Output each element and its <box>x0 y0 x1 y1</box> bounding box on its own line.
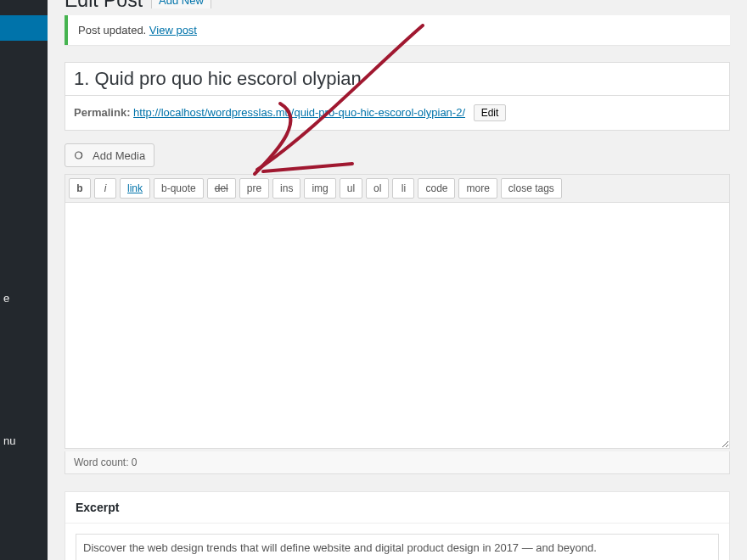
admin-sidebar: e nu <box>0 0 48 560</box>
permalink-label: Permalink: <box>74 106 130 119</box>
page-title: Edit Post <box>65 0 143 8</box>
permalink-link[interactable]: http://localhost/wordpresslas.mu/quid-pr… <box>133 106 465 119</box>
notice-text: Post updated. <box>78 24 146 36</box>
view-post-link[interactable]: View post <box>149 24 197 36</box>
permalink-slug: quid-pro-quo-hic-escorol-olypian-2/ <box>294 106 465 119</box>
qtag-ul[interactable]: ul <box>340 178 362 199</box>
success-notice: Post updated. View post <box>65 15 730 45</box>
qtag-ins[interactable]: ins <box>272 178 300 199</box>
sidebar-item-label-fragment-1[interactable]: e <box>0 290 48 307</box>
qtag-bquote[interactable]: b-quote <box>154 178 204 199</box>
qtag-del[interactable]: del <box>207 178 236 199</box>
post-content-textarea[interactable] <box>65 203 730 449</box>
qtag-link[interactable]: link <box>120 178 150 199</box>
qtag-close[interactable]: close tags <box>501 178 562 199</box>
add-new-button[interactable]: Add New <box>151 0 211 8</box>
excerpt-metabox: Excerpt <box>65 491 730 560</box>
qtag-more[interactable]: more <box>458 178 497 199</box>
add-media-button[interactable]: Add Media <box>65 143 154 167</box>
excerpt-content <box>65 524 729 560</box>
sidebar-active-marker <box>0 15 48 41</box>
edit-permalink-button[interactable]: Edit <box>474 104 507 121</box>
qtag-pre[interactable]: pre <box>239 178 269 199</box>
qtag-img[interactable]: img <box>304 178 335 199</box>
qtag-code[interactable]: code <box>418 178 455 199</box>
qtag-bold[interactable]: b <box>69 178 91 199</box>
quicktags-toolbar: b i link b-quote del pre ins img ul ol l… <box>65 174 730 203</box>
page-header: Edit Post Add New <box>65 0 730 8</box>
permalink-base: http://localhost/wordpresslas.mu/ <box>133 106 294 119</box>
qtag-italic[interactable]: i <box>94 178 116 199</box>
word-count-text: Word count: 0 <box>74 456 137 468</box>
qtag-li[interactable]: li <box>392 178 414 199</box>
permalink-row: Permalink: http://localhost/wordpresslas… <box>65 96 730 131</box>
main-content: Edit Post Add New Post updated. View pos… <box>48 0 747 560</box>
word-count-bar: Word count: 0 <box>65 451 730 474</box>
media-icon <box>74 148 87 162</box>
qtag-ol[interactable]: ol <box>366 178 389 199</box>
excerpt-heading: Excerpt <box>65 492 729 524</box>
excerpt-textarea[interactable] <box>76 534 719 560</box>
add-media-label: Add Media <box>93 149 145 162</box>
post-title-input[interactable] <box>65 62 730 96</box>
sidebar-item-label-fragment-2[interactable]: nu <box>0 433 48 450</box>
